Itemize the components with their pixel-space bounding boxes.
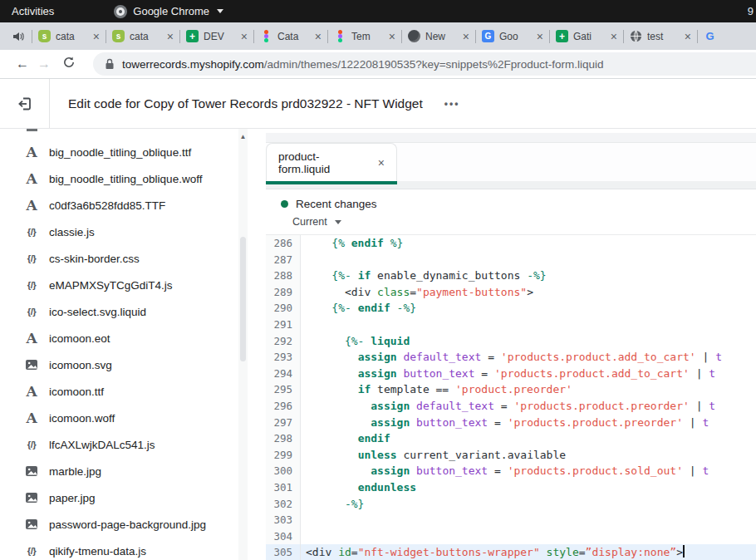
browser-tab[interactable]: Cata× — [254, 22, 327, 50]
file-name: icomoon.ttf — [49, 386, 104, 398]
code-line[interactable]: 290 {%- endif -%} — [266, 300, 756, 317]
active-tab-underline — [266, 181, 397, 184]
system-top-bar: Activities Google Chrome 9 J — [0, 0, 756, 22]
code-line[interactable]: 297 assign button_text = 'products.produ… — [266, 415, 756, 431]
version-dropdown[interactable]: Current — [292, 216, 756, 228]
code-line[interactable]: 286 {% endif %} — [266, 235, 756, 252]
file-item-big_noodle_titling_oblique.woff[interactable]: Abig_noodle_titling_oblique.woff — [0, 165, 258, 192]
file-item-marble.jpg[interactable]: marble.jpg — [0, 458, 258, 484]
file-item-icomoon.ttf[interactable]: Aicomoon.ttf — [0, 378, 258, 405]
clock[interactable]: 9 J — [748, 5, 756, 17]
code-line[interactable]: 302 -%} — [266, 496, 756, 513]
lock-icon[interactable] — [105, 58, 115, 70]
speaker-icon[interactable] — [12, 30, 25, 43]
chrome-icon — [114, 5, 127, 18]
code-line[interactable]: 294 assign button_text = 'products.produ… — [266, 366, 756, 382]
file-name: marble.jpg — [49, 465, 101, 478]
code-file-icon: {/} — [23, 253, 40, 263]
browser-tab[interactable]: +Gati× — [550, 22, 623, 50]
tab-title: cata — [130, 31, 162, 42]
text-cursor — [683, 545, 685, 558]
address-bar[interactable]: towerrecords.myshopify.com/admin/themes/… — [93, 52, 756, 76]
line-number: 304 — [266, 528, 301, 545]
file-item-cs-skin-border.css[interactable]: {/}cs-skin-border.css — [0, 245, 258, 272]
code-line[interactable]: 289 <div class="payment-buttons"> — [266, 284, 756, 301]
code-line[interactable]: 304 — [266, 528, 756, 545]
google-favicon: G — [704, 30, 716, 42]
tab-close-icon[interactable]: × — [463, 31, 469, 42]
code-line[interactable]: 288 {%- if enable_dynamic_buttons -%} — [266, 268, 756, 284]
tab-close-icon[interactable]: × — [167, 31, 174, 42]
code-line[interactable]: 305<div id="nft-widget-buttons-wrapper" … — [266, 544, 756, 560]
browser-tab[interactable]: +DEV× — [180, 22, 253, 50]
code-line[interactable]: 293 assign default_text = 'products.prod… — [266, 349, 756, 366]
back-button[interactable]: ← — [12, 56, 33, 71]
editor-file-tab[interactable]: product-form.liquid × — [266, 143, 397, 181]
code-line-content — [301, 512, 756, 528]
code-line-content: endif — [301, 430, 756, 447]
code-line[interactable]: 298 endif — [266, 430, 756, 447]
file-name: paper.jpg — [49, 492, 96, 504]
sidebar-scrollbar[interactable]: ▲ — [238, 129, 248, 560]
line-number: 292 — [266, 333, 301, 350]
tab-close-icon[interactable]: × — [611, 31, 617, 42]
scroll-up-icon[interactable]: ▲ — [238, 129, 248, 140]
app-indicator[interactable]: Google Chrome — [114, 5, 223, 18]
browser-tab[interactable]: scata× — [32, 22, 106, 50]
file-item-big_noodle_titling_oblique.ttf[interactable]: Abig_noodle_titling_oblique.ttf — [0, 139, 258, 165]
line-number: 287 — [266, 252, 301, 268]
file-item-lfcAXLwjkDALc541.js[interactable]: {/}lfcAXLwjkDALc541.js — [0, 431, 258, 458]
file-item-eMAPMXSyTCgGdiT4.js[interactable]: {/}eMAPMXSyTCgGdiT4.js — [0, 272, 258, 298]
forward-button[interactable]: → — [33, 56, 55, 71]
url-path: /admin/themes/122208190535?key=snippets%… — [264, 58, 604, 71]
code-line[interactable]: 301 endunless — [266, 479, 756, 496]
code-line[interactable]: 292 {%- liquid — [266, 333, 756, 350]
code-line-content: assign button_text = 'products.product.s… — [301, 463, 756, 479]
file-list: Abig_noodle_titling_oblique.ttfAbig_nood… — [0, 129, 258, 560]
file-name: classie.js — [49, 226, 95, 238]
tab-close-icon[interactable]: × — [93, 31, 100, 42]
file-item-password-page-background.jpg[interactable]: password-page-background.jpg — [0, 511, 258, 538]
tab-title: Gati — [573, 31, 606, 42]
code-line[interactable]: 300 assign button_text = 'products.produ… — [266, 463, 756, 479]
figma-shape — [338, 38, 342, 42]
file-item-classie.js[interactable]: {/}classie.js — [0, 219, 258, 245]
file-item-icomoon.svg[interactable]: icomoon.svg — [0, 351, 258, 378]
file-item-icomoon.woff[interactable]: Aicomoon.woff — [0, 405, 258, 431]
code-line[interactable]: 299 unless current_variant.available — [266, 447, 756, 464]
browser-tab[interactable]: scata× — [106, 22, 179, 50]
file-item-c0df3a6b528fdd85.TTF[interactable]: Ac0df3a6b528fdd85.TTF — [0, 192, 258, 219]
file-item-paper.jpg[interactable]: paper.jpg — [0, 484, 258, 511]
code-file-icon: {/} — [23, 227, 40, 237]
font-file-icon: A — [23, 170, 40, 187]
tab-close-icon[interactable]: × — [685, 31, 691, 42]
tab-close-icon[interactable]: × — [537, 31, 543, 42]
code-line[interactable]: 295 if template == 'product.preorder' — [266, 381, 756, 398]
browser-tab[interactable]: GGoo× — [476, 22, 549, 50]
file-item-ico-select.svg.liquid[interactable]: {/}ico-select.svg.liquid — [0, 298, 258, 325]
code-line-content: unless current_variant.available — [301, 447, 756, 464]
code-area[interactable]: 286 {% endif %}287288 {%- if enable_dyna… — [266, 235, 756, 560]
code-line[interactable]: 303 — [266, 512, 756, 528]
code-line[interactable]: 296 assign default_text = 'products.prod… — [266, 398, 756, 415]
file-name: lfcAXLwjkDALc541.js — [49, 439, 155, 451]
browser-tab[interactable]: Tem× — [328, 22, 401, 50]
tab-close-icon[interactable]: × — [378, 156, 385, 169]
code-editor-panel: product-form.liquid × Recent changes Cur… — [266, 129, 756, 560]
browser-tab[interactable]: New× — [402, 22, 475, 50]
file-item-icomoon.eot[interactable]: Aicomoon.eot — [0, 325, 258, 351]
tab-close-icon[interactable]: × — [389, 31, 395, 42]
file-item-qikify-tmenu-data.js[interactable]: {/}qikify-tmenu-data.js — [0, 538, 258, 560]
browser-tab[interactable]: test× — [624, 22, 697, 50]
scrollbar-thumb[interactable] — [240, 237, 246, 361]
exit-code-editor-button[interactable] — [0, 79, 50, 128]
activities-button[interactable]: Activities — [0, 0, 66, 22]
code-line[interactable]: 291 — [266, 317, 756, 333]
browser-tab[interactable]: G — [698, 22, 723, 50]
tab-close-icon[interactable]: × — [315, 31, 322, 42]
tab-close-icon[interactable]: × — [241, 31, 248, 42]
more-actions-button[interactable]: ••• — [444, 98, 460, 110]
code-line[interactable]: 287 — [266, 252, 756, 268]
reload-button[interactable] — [58, 56, 80, 72]
code-line-content — [301, 317, 756, 333]
